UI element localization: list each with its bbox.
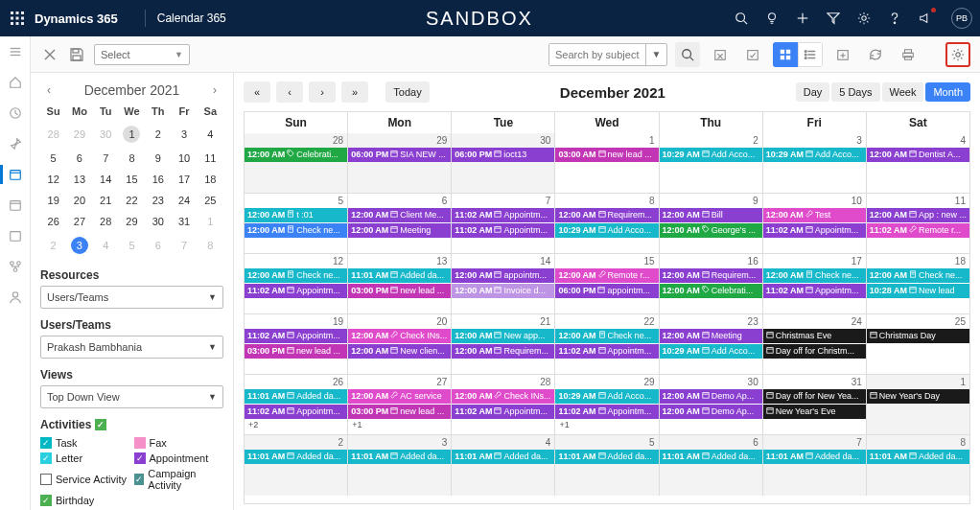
mini-day[interactable]: 2: [40, 232, 66, 259]
mini-day[interactable]: 13: [66, 169, 92, 190]
calendar-nav2-icon[interactable]: [8, 197, 23, 213]
mini-day[interactable]: 28: [40, 121, 66, 148]
activity-item[interactable]: ✓Letter: [40, 452, 130, 464]
event[interactable]: 12:00 AMappointm...: [452, 268, 554, 283]
event[interactable]: 11:02 AMAppointm...: [555, 405, 658, 419]
day-cell[interactable]: 103:00 AMnew lead ...: [555, 133, 659, 193]
event[interactable]: Day off for New Yea...: [763, 389, 866, 404]
person-icon[interactable]: [8, 290, 23, 305]
list-view-button[interactable]: [798, 42, 823, 67]
day-cell[interactable]: 2812:00 AMCheck INs...11:02 AMAppointm..…: [452, 375, 555, 434]
filter-icon[interactable]: [825, 10, 842, 27]
mini-day[interactable]: 17: [171, 169, 197, 190]
event[interactable]: 12:00 AMCheck ne...: [245, 268, 347, 283]
event[interactable]: 10:29 AMAdd Acco...: [555, 389, 658, 404]
activity-item[interactable]: ✓Campaign Activity: [134, 468, 224, 491]
event[interactable]: 12:00 AMCelebrati...: [245, 148, 347, 162]
mini-day[interactable]: 19: [40, 190, 66, 211]
plus-icon[interactable]: [794, 10, 811, 27]
refresh-icon[interactable]: [863, 42, 888, 67]
jump-next-icon[interactable]: »: [341, 81, 368, 103]
mini-day[interactable]: 10: [171, 148, 197, 169]
lightbulb-icon[interactable]: [763, 10, 781, 27]
mini-day[interactable]: 6: [145, 232, 171, 259]
event[interactable]: 12:00 AMMeeting: [348, 223, 451, 238]
day-cell[interactable]: 1012:00 AMTest11:02 AMAppointm...: [763, 194, 867, 253]
views-select[interactable]: Top Down View▼: [40, 385, 223, 408]
event[interactable]: 12:00 AMCheck ne...: [555, 329, 658, 343]
activities-master-checkbox[interactable]: ✓: [95, 419, 106, 430]
event[interactable]: Christmas Day: [867, 329, 969, 343]
mini-day[interactable]: 3: [171, 121, 197, 148]
select-dropdown[interactable]: Select▼: [94, 44, 190, 65]
mini-day[interactable]: 9: [145, 148, 171, 169]
mini-day[interactable]: 14: [93, 169, 119, 190]
event[interactable]: 06:00 PMioct13: [452, 148, 554, 162]
event[interactable]: 11:02 AMAppointm...: [763, 284, 866, 298]
mini-day[interactable]: 30: [145, 211, 171, 232]
mini-day[interactable]: 15: [119, 169, 145, 190]
day-cell[interactable]: 2712:00 AMAC service03:00 PMnew lead ...…: [348, 375, 452, 434]
event[interactable]: 12:00 AMCelebrati...: [660, 284, 762, 298]
mini-prev-icon[interactable]: ‹: [40, 83, 58, 97]
more-events[interactable]: +1: [555, 420, 658, 429]
org-icon[interactable]: [8, 259, 23, 274]
mini-day[interactable]: 4: [93, 232, 119, 259]
day-cell[interactable]: 31Day off for New Yea...New Year's Eve: [763, 375, 867, 434]
calendar-nav3-icon[interactable]: [8, 228, 23, 243]
mini-day[interactable]: 31: [171, 211, 197, 232]
event[interactable]: 10:29 AMAdd Acco...: [555, 223, 658, 238]
day-cell[interactable]: 2312:00 AMMeeting10:29 AMAdd Acco...: [660, 314, 763, 374]
event[interactable]: 03:00 PMnew lead ...: [348, 405, 451, 419]
more-events[interactable]: +2: [245, 420, 347, 429]
event[interactable]: 03:00 PMnew lead ...: [348, 284, 451, 298]
pin-icon[interactable]: [8, 136, 23, 151]
mini-day[interactable]: 23: [145, 190, 171, 211]
day-cell[interactable]: 310:29 AMAdd Acco...: [763, 133, 867, 193]
mini-day[interactable]: 24: [171, 190, 197, 211]
day-cell[interactable]: 811:01 AMAdded da...: [867, 435, 969, 496]
mini-day[interactable]: 27: [66, 211, 92, 232]
mini-day[interactable]: 5: [40, 148, 66, 169]
grid-view-button[interactable]: [773, 42, 798, 67]
help-icon[interactable]: [886, 10, 903, 27]
day-cell[interactable]: 2012:00 AMCheck INs...12:00 AMNew clien.…: [348, 314, 452, 374]
close-icon[interactable]: [40, 45, 59, 64]
search-field[interactable]: ▼: [548, 43, 667, 66]
event[interactable]: 11:02 AMAppointm...: [245, 284, 347, 298]
day-cell[interactable]: 210:29 AMAdd Acco...: [660, 133, 763, 193]
calendar-x-icon[interactable]: [708, 42, 733, 67]
mini-day[interactable]: 29: [119, 211, 145, 232]
day-cell[interactable]: 1112:00 AMApp : new ...11:02 AMRemote r.…: [867, 194, 969, 253]
mini-day[interactable]: 22: [119, 190, 145, 211]
day-cell[interactable]: 2611:01 AMAdded da...11:02 AMAppointm...…: [245, 375, 348, 434]
gear-icon[interactable]: [855, 10, 873, 27]
event[interactable]: 12:00 AMRequirem...: [660, 268, 762, 283]
prev-icon[interactable]: ‹: [276, 81, 303, 103]
event[interactable]: 12:00 AMBill: [660, 208, 762, 222]
mini-day[interactable]: 30: [93, 121, 119, 148]
mini-day[interactable]: 16: [145, 169, 171, 190]
event[interactable]: 12:00 AMAC service: [348, 389, 451, 404]
event[interactable]: 12:00 AMApp : new ...: [867, 208, 969, 222]
event[interactable]: 12:00 AMNew clien...: [348, 344, 451, 359]
user-avatar[interactable]: PB: [951, 8, 972, 29]
day-cell[interactable]: 311:01 AMAdded da...: [348, 435, 452, 496]
view-tab-month[interactable]: Month: [925, 82, 970, 102]
day-cell[interactable]: 25Christmas Day: [867, 314, 969, 374]
mini-day[interactable]: 20: [66, 190, 92, 211]
event[interactable]: 12:00 AMInvoice d...: [452, 284, 554, 298]
event[interactable]: 11:02 AMAppointm...: [245, 405, 347, 419]
event[interactable]: 12:00 AMRequirem...: [452, 344, 554, 359]
event[interactable]: 12:00 AMNew app...: [452, 329, 554, 343]
event[interactable]: 11:02 AMAppointm...: [452, 223, 554, 238]
mini-day[interactable]: 12: [40, 169, 66, 190]
mini-day[interactable]: 8: [119, 148, 145, 169]
day-cell[interactable]: 912:00 AMBill12:00 AMGeorge's ...: [660, 194, 763, 253]
mini-day[interactable]: 26: [40, 211, 66, 232]
day-cell[interactable]: 2212:00 AMCheck ne...11:02 AMAppointm...: [555, 314, 659, 374]
event[interactable]: 11:01 AMAdded da...: [867, 450, 969, 464]
mini-day[interactable]: 2: [145, 121, 171, 148]
view-tab-week[interactable]: Week: [882, 82, 924, 102]
day-cell[interactable]: 612:00 AMClient Me...12:00 AMMeeting: [348, 194, 452, 253]
